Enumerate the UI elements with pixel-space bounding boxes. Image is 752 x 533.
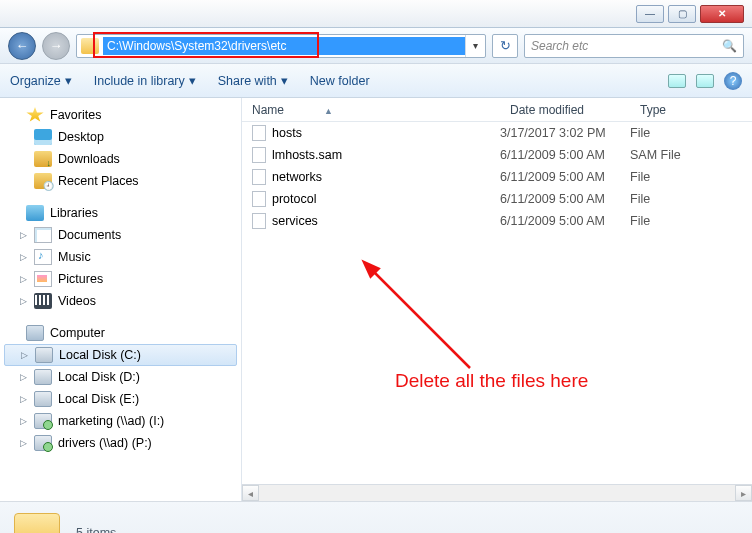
include-library-menu[interactable]: Include in library ▾ [94, 73, 196, 88]
file-row[interactable]: networks6/11/2009 5:00 AMFile [242, 166, 752, 188]
drive-icon [34, 391, 52, 407]
file-row[interactable]: hosts3/17/2017 3:02 PMFile [242, 122, 752, 144]
videos-icon [34, 293, 52, 309]
folder-icon [14, 513, 60, 534]
star-icon [26, 107, 44, 123]
file-icon [252, 147, 266, 163]
computer-icon [26, 325, 44, 341]
maximize-button[interactable]: ▢ [668, 5, 696, 23]
music-icon [34, 249, 52, 265]
file-row[interactable]: protocol6/11/2009 5:00 AMFile [242, 188, 752, 210]
column-headers[interactable]: Name▲ Date modified Type [242, 98, 752, 122]
minimize-button[interactable]: — [636, 5, 664, 23]
drive-icon [34, 369, 52, 385]
sidebar-item-desktop[interactable]: Desktop [0, 126, 241, 148]
column-name[interactable]: Name▲ [242, 103, 500, 117]
close-button[interactable]: ✕ [700, 5, 744, 23]
back-button[interactable]: ← [8, 32, 36, 60]
sidebar-item-documents[interactable]: Documents [0, 224, 241, 246]
file-row[interactable]: lmhosts.sam6/11/2009 5:00 AMSAM File [242, 144, 752, 166]
window-titlebar: — ▢ ✕ [0, 0, 752, 28]
libraries-icon [26, 205, 44, 221]
desktop-icon [34, 129, 52, 145]
network-drive-icon [34, 435, 52, 451]
share-with-menu[interactable]: Share with ▾ [218, 73, 288, 88]
nav-bar: ← → C:\Windows\System32\drivers\etc ▾ ↻ … [0, 28, 752, 64]
downloads-icon [34, 151, 52, 167]
sort-ascending-icon: ▲ [324, 106, 333, 116]
address-dropdown[interactable]: ▾ [465, 35, 485, 57]
scroll-right-button[interactable]: ▸ [735, 485, 752, 501]
sidebar-item-drive-c[interactable]: Local Disk (C:) [4, 344, 237, 366]
favorites-header[interactable]: Favorites [0, 104, 241, 126]
search-placeholder: Search etc [531, 39, 588, 53]
column-type[interactable]: Type [630, 103, 752, 117]
file-row[interactable]: services6/11/2009 5:00 AMFile [242, 210, 752, 232]
help-button[interactable]: ? [724, 72, 742, 90]
sidebar-item-drive-d[interactable]: Local Disk (D:) [0, 366, 241, 388]
view-options-button[interactable] [668, 74, 686, 88]
search-icon: 🔍 [722, 39, 737, 53]
preview-pane-button[interactable] [696, 74, 714, 88]
file-icon [252, 125, 266, 141]
sidebar-item-videos[interactable]: Videos [0, 290, 241, 312]
sidebar-item-music[interactable]: Music [0, 246, 241, 268]
refresh-button[interactable]: ↻ [492, 34, 518, 58]
search-input[interactable]: Search etc 🔍 [524, 34, 744, 58]
sidebar-item-pictures[interactable]: Pictures [0, 268, 241, 290]
column-date[interactable]: Date modified [500, 103, 630, 117]
network-drive-icon [34, 413, 52, 429]
status-bar: 5 items [0, 501, 752, 533]
file-icon [252, 169, 266, 185]
sidebar-item-drive-e[interactable]: Local Disk (E:) [0, 388, 241, 410]
navigation-pane[interactable]: Favorites Desktop Downloads Recent Place… [0, 98, 242, 501]
file-icon [252, 213, 266, 229]
pictures-icon [34, 271, 52, 287]
sidebar-item-drive-p[interactable]: drivers (\\ad) (P:) [0, 432, 241, 454]
file-list-pane[interactable]: Name▲ Date modified Type hosts3/17/2017 … [242, 98, 752, 501]
forward-button[interactable]: → [42, 32, 70, 60]
file-icon [252, 191, 266, 207]
address-bar[interactable]: C:\Windows\System32\drivers\etc ▾ [76, 34, 486, 58]
documents-icon [34, 227, 52, 243]
sidebar-item-recent[interactable]: Recent Places [0, 170, 241, 192]
sidebar-item-drive-i[interactable]: marketing (\\ad) (I:) [0, 410, 241, 432]
scroll-left-button[interactable]: ◂ [242, 485, 259, 501]
libraries-header[interactable]: Libraries [0, 202, 241, 224]
drive-icon [35, 347, 53, 363]
horizontal-scrollbar[interactable]: ◂ ▸ [242, 484, 752, 501]
computer-header[interactable]: Computer [0, 322, 241, 344]
command-toolbar: Organize ▾ Include in library ▾ Share wi… [0, 64, 752, 98]
new-folder-button[interactable]: New folder [310, 74, 370, 88]
recent-icon [34, 173, 52, 189]
sidebar-item-downloads[interactable]: Downloads [0, 148, 241, 170]
folder-icon [81, 38, 99, 54]
file-list: hosts3/17/2017 3:02 PMFile lmhosts.sam6/… [242, 122, 752, 232]
status-item-count: 5 items [76, 526, 116, 534]
organize-menu[interactable]: Organize ▾ [10, 73, 72, 88]
address-path[interactable]: C:\Windows\System32\drivers\etc [103, 37, 465, 55]
